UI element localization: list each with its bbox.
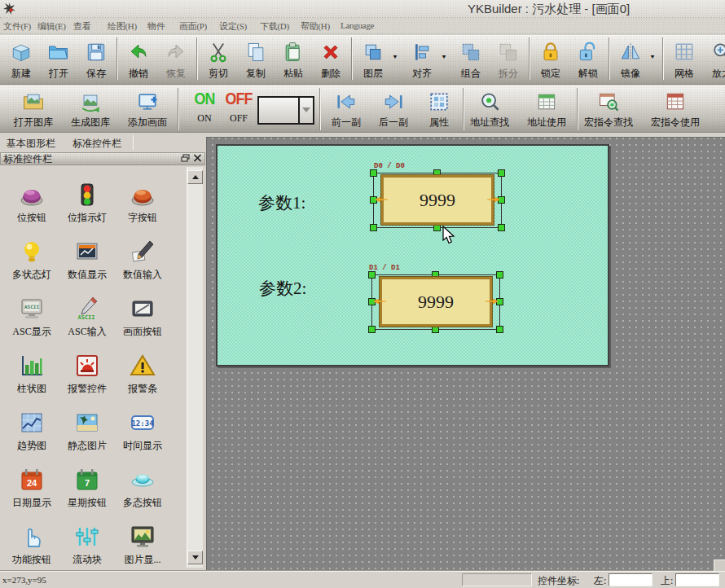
toolbar-button-align[interactable]: 对齐▼: [403, 36, 452, 82]
panel-scrollbar[interactable]: [187, 167, 203, 568]
dropdown-arrow-icon[interactable]: ▼: [392, 54, 400, 60]
toolbar-button-lock-open[interactable]: 解锁: [569, 36, 607, 82]
prev-frame-icon: [333, 90, 359, 114]
combo-dropdown-icon[interactable]: [302, 108, 310, 112]
toolbar-button-prev-frame[interactable]: 前一副: [323, 86, 370, 130]
toolbar-button-group-shapes[interactable]: 组合: [452, 36, 490, 82]
control-item-ascii-display[interactable]: ASCIIASC显示: [4, 295, 59, 352]
menu-item-screen[interactable]: 画面(P): [179, 20, 207, 33]
scroll-up-button[interactable]: [187, 170, 203, 184]
menu-item-download[interactable]: 下载(D): [260, 20, 289, 33]
control-item-bar-chart[interactable]: 柱状图: [4, 352, 59, 409]
toolbar-separator: [529, 37, 530, 80]
dropdown-arrow-icon[interactable]: ▼: [441, 54, 449, 60]
control-item-trend-chart[interactable]: 趋势图: [4, 409, 59, 466]
coord-top-input[interactable]: [675, 573, 719, 586]
dropdown-arrow-icon[interactable]: ▼: [649, 54, 657, 60]
menu-item-edit[interactable]: 编辑(E): [37, 20, 66, 33]
toolbar-button-lock-closed[interactable]: 锁定: [532, 36, 569, 82]
selection-handle[interactable]: [498, 224, 505, 231]
toolbar-button-cut-scissors[interactable]: 剪切: [200, 36, 237, 82]
numeric-input-widget[interactable]: 9999: [381, 175, 494, 225]
design-canvas[interactable]: 参数1:参数2:D0 / D09999D1 / D19999: [216, 144, 609, 366]
control-item-multi-button[interactable]: 多态按钮: [115, 466, 170, 523]
tab-standard-controls[interactable]: 标准控件栏: [72, 137, 121, 151]
control-item-label: 数值输入: [123, 268, 162, 282]
toolbar-button-delete-cross[interactable]: 删除: [312, 36, 349, 82]
bit-button-icon: [18, 181, 46, 208]
tab-basic-shapes[interactable]: 基本图形栏: [7, 137, 55, 151]
toolbar-button-grid-lines[interactable]: 网格: [666, 36, 703, 82]
selection-handle[interactable]: [433, 224, 441, 231]
selection-handle[interactable]: [496, 326, 503, 333]
toolbar-button-ON[interactable]: ONON: [186, 86, 223, 130]
control-item-bit-button[interactable]: 位按钮: [4, 181, 59, 238]
control-item-multi-lamp[interactable]: 多状态灯: [4, 238, 59, 295]
selection-handle[interactable]: [370, 224, 377, 231]
menu-item-help[interactable]: 帮助(H): [301, 20, 330, 33]
delete-cross-icon: [318, 39, 344, 65]
toolbar-button-next-frame[interactable]: 后一副: [370, 86, 417, 130]
numeric-input-widget[interactable]: 9999: [380, 277, 492, 327]
panel-float-button[interactable]: [180, 154, 191, 164]
toolbox-tabs: 基本图形栏标准控件栏: [0, 134, 206, 151]
toolbar-button-address-usage[interactable]: 地址使用: [518, 86, 575, 130]
toolbar-main: 新建打开保存撤销恢复剪切复制粘贴删除图层▼对齐▼组合拆分锁定解锁镜像▼网格放大: [0, 35, 725, 85]
scroll-down-button[interactable]: [187, 551, 203, 564]
numeric-input-icon: [129, 238, 156, 265]
toolbar-button-OFF[interactable]: OFFOFF: [220, 86, 257, 130]
coord-left-input[interactable]: [609, 573, 652, 586]
toolbar-button-ungroup-shapes[interactable]: 拆分: [490, 36, 527, 82]
toolbar-button-layers[interactable]: 图层▼: [354, 36, 403, 82]
control-item-numeric-input[interactable]: 数值输入: [115, 238, 170, 295]
function-button-icon: [18, 523, 46, 551]
toolbar-button-save-floppy[interactable]: 保存: [77, 36, 115, 82]
off-big-text: OFF: [227, 86, 249, 111]
selection-handle[interactable]: [368, 271, 376, 279]
selection-handle[interactable]: [368, 326, 376, 333]
next-frame-icon: [380, 90, 406, 114]
toolbar-button-redo-arrow[interactable]: 恢复: [157, 36, 195, 82]
toolbar-button-label: 恢复: [166, 67, 186, 81]
toolbar-button-macro-find[interactable]: 宏指令查找: [575, 86, 642, 130]
selection-handle[interactable]: [370, 169, 377, 177]
toolbar-button-undo-arrow[interactable]: 撤销: [120, 36, 157, 82]
toolbar-button-open-gallery[interactable]: 打开图库: [5, 86, 62, 130]
menu-item-view[interactable]: 查看: [73, 20, 90, 33]
menu-item-object[interactable]: 物件: [147, 20, 165, 33]
toolbar-button-mirror[interactable]: 镜像▼: [612, 36, 661, 82]
control-item-ascii-input[interactable]: ASCIIASC输入: [59, 295, 115, 352]
selection-handle[interactable]: [498, 169, 505, 177]
toolbar-button-copy-pages[interactable]: 复制: [237, 36, 275, 82]
control-item-time-display[interactable]: 12:34时间显示: [115, 409, 170, 466]
toolbar-button-add-screen[interactable]: 添加画面: [119, 86, 176, 130]
control-item-word-button[interactable]: 字按钮: [115, 181, 170, 238]
menu-item-file[interactable]: 文件(F): [3, 20, 31, 33]
control-item-label: 报警条: [128, 382, 157, 396]
scroll-down-arrow-icon: [192, 555, 199, 559]
toolbar-button-address-find[interactable]: 地址查找: [461, 86, 518, 130]
toolbar-button-paste-clipboard[interactable]: 粘贴: [275, 36, 312, 82]
toolbar-button-zoom-in[interactable]: 放大: [703, 36, 725, 82]
control-item-screen-button[interactable]: 画面按钮: [115, 295, 170, 352]
control-item-week-button[interactable]: 7星期按钮: [59, 466, 115, 523]
toolbar-button-new-file[interactable]: 新建: [2, 36, 40, 82]
menu-item-settings[interactable]: 设定(S): [219, 20, 247, 33]
panel-close-button[interactable]: [192, 154, 203, 164]
control-item-bit-lamp[interactable]: 位指示灯: [59, 181, 115, 238]
status-bar: x=273,y=95 控件坐标: 左: 上:: [0, 570, 725, 588]
toolbar-button-open-folder[interactable]: 打开: [40, 36, 77, 82]
toolbar-button-macro-usage[interactable]: 宏指令使用: [642, 86, 709, 130]
control-item-numeric-display[interactable]: 数值显示: [59, 238, 115, 295]
toolbar-button-properties[interactable]: 属性: [417, 86, 461, 130]
menu-item-language[interactable]: Language: [341, 20, 374, 30]
selection-handle[interactable]: [432, 326, 439, 333]
control-item-static-picture[interactable]: 静态图片: [59, 409, 115, 466]
control-item-alarm-strip[interactable]: 报警条: [115, 352, 170, 409]
selection-handle[interactable]: [496, 271, 503, 279]
state-combo-box[interactable]: [257, 96, 314, 125]
control-item-date-display[interactable]: 24日期显示: [4, 466, 59, 523]
control-item-alarm-control[interactable]: 报警控件: [59, 352, 115, 409]
menu-item-draw[interactable]: 绘图(H): [108, 20, 137, 33]
toolbar-button-make-gallery[interactable]: 生成图库: [62, 86, 119, 130]
